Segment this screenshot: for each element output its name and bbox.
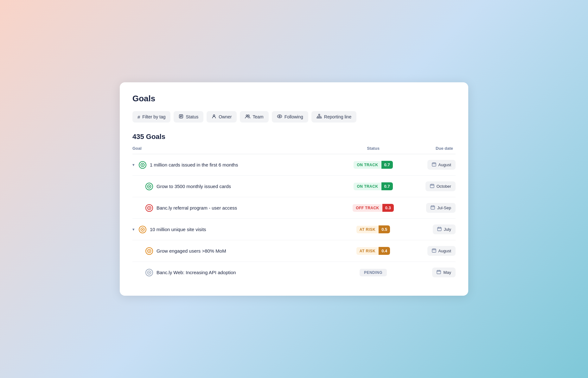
owner-icon xyxy=(212,114,216,120)
goal-name-text: Banc.ly Web: Increasing API adoption xyxy=(157,270,236,275)
svg-rect-12 xyxy=(318,117,320,118)
svg-rect-50 xyxy=(432,249,436,253)
due-date-text: August xyxy=(438,249,451,253)
due-date-cell: July xyxy=(405,224,456,234)
status-label: PENDING xyxy=(360,269,387,276)
status-badge: AT RISK0.5 xyxy=(356,225,390,233)
due-date-cell: October xyxy=(405,181,456,191)
goals-list: ▾ 1 million cards issued in the first 6 … xyxy=(132,154,456,283)
svg-rect-13 xyxy=(320,117,322,118)
calendar-icon xyxy=(431,205,435,211)
status-score: 0.5 xyxy=(379,225,390,233)
svg-point-4 xyxy=(213,115,215,117)
due-date-text: August xyxy=(438,162,451,167)
goal-name-cell: Banc.ly Web: Increasing API adoption xyxy=(132,268,342,277)
goal-status-icon xyxy=(145,247,153,255)
svg-point-5 xyxy=(246,115,248,117)
status-filter-button[interactable]: Status xyxy=(174,111,203,123)
table-row: ▾ 10 million unique site visitsAT RISK0.… xyxy=(132,219,456,240)
svg-point-21 xyxy=(142,164,143,166)
goal-status-cell: AT RISK0.4 xyxy=(342,247,405,255)
table-row: Banc.ly referral program - user accessOF… xyxy=(132,197,456,219)
goal-status-icon xyxy=(145,268,153,277)
team-filter-button[interactable]: Team xyxy=(240,111,268,123)
table-header: Goal Status Due date xyxy=(132,146,456,154)
status-label: AT RISK xyxy=(356,247,379,255)
owner-filter-button[interactable]: Owner xyxy=(207,111,237,123)
due-date-badge: October xyxy=(425,181,456,191)
chevron-icon[interactable]: ▾ xyxy=(132,162,135,167)
col-due-date-label: Due date xyxy=(405,146,456,151)
due-date-text: Jul-Sep xyxy=(437,205,451,210)
goal-status-icon xyxy=(138,225,147,234)
svg-point-42 xyxy=(142,229,143,230)
status-badge: AT RISK0.4 xyxy=(356,247,390,255)
due-date-cell: August xyxy=(405,246,456,256)
goal-name-text: Grow to 3500 monthly issued cards xyxy=(157,184,231,189)
due-date-cell: August xyxy=(405,160,456,170)
goals-card: Goals # Filter by tag Status xyxy=(120,82,468,296)
goal-status-icon xyxy=(145,204,153,212)
filter-by-tag-button[interactable]: # Filter by tag xyxy=(132,111,170,123)
calendar-icon xyxy=(437,227,442,232)
status-badge: PENDING xyxy=(360,269,387,276)
goal-status-cell: PENDING xyxy=(342,269,405,276)
goal-name-cell: ▾ 10 million unique site visits xyxy=(132,225,342,234)
due-date-badge: May xyxy=(432,268,456,277)
tag-icon: # xyxy=(137,114,140,120)
svg-rect-43 xyxy=(438,228,441,231)
svg-rect-57 xyxy=(437,271,441,274)
following-icon xyxy=(277,114,282,120)
svg-point-35 xyxy=(149,207,150,209)
due-date-badge: Jul-Sep xyxy=(426,203,456,213)
status-label: ON TRACK xyxy=(354,183,381,190)
svg-point-9 xyxy=(279,116,279,117)
due-date-text: May xyxy=(443,270,451,275)
goal-name-cell: Banc.ly referral program - user access xyxy=(132,204,342,212)
following-filter-button[interactable]: Following xyxy=(272,111,308,123)
status-icon xyxy=(179,114,183,120)
svg-rect-36 xyxy=(431,206,435,210)
status-badge: ON TRACK0.7 xyxy=(354,161,393,169)
svg-rect-10 xyxy=(318,114,320,115)
table-row: ▾ 1 million cards issued in the first 6 … xyxy=(132,154,456,176)
page-title: Goals xyxy=(132,94,456,104)
due-date-cell: May xyxy=(405,268,456,277)
status-score: 0.7 xyxy=(381,182,393,190)
status-label: OFF TRACK xyxy=(353,204,382,212)
team-icon xyxy=(245,114,250,120)
goal-status-cell: ON TRACK0.7 xyxy=(342,161,405,169)
calendar-icon xyxy=(432,248,436,254)
calendar-icon xyxy=(432,162,436,167)
svg-point-28 xyxy=(149,186,150,187)
svg-point-6 xyxy=(248,115,250,117)
due-date-badge: July xyxy=(433,224,456,234)
status-badge: ON TRACK0.7 xyxy=(354,182,393,190)
goal-name-cell: ▾ 1 million cards issued in the first 6 … xyxy=(132,161,342,169)
goal-name-text: Banc.ly referral program - user access xyxy=(157,205,237,211)
reporting-line-icon xyxy=(316,114,322,120)
due-date-text: October xyxy=(437,184,451,189)
due-date-cell: Jul-Sep xyxy=(405,203,456,213)
col-status-label: Status xyxy=(342,146,405,151)
due-date-text: July xyxy=(444,227,451,232)
reporting-line-filter-button[interactable]: Reporting line xyxy=(311,111,356,123)
goal-status-icon xyxy=(145,182,153,191)
svg-rect-11 xyxy=(317,117,318,118)
svg-rect-29 xyxy=(430,185,434,188)
table-row: Grow engaged users >80% MoMAT RISK0.4 Au… xyxy=(132,240,456,262)
goal-name-text: 10 million unique site visits xyxy=(150,227,206,232)
goal-status-cell: ON TRACK0.7 xyxy=(342,182,405,190)
goal-name-cell: Grow to 3500 monthly issued cards xyxy=(132,182,342,191)
chevron-icon[interactable]: ▾ xyxy=(132,227,135,232)
table-row: Grow to 3500 monthly issued cardsON TRAC… xyxy=(132,176,456,197)
calendar-icon xyxy=(430,184,434,189)
status-score: 0.7 xyxy=(381,161,393,169)
status-label: AT RISK xyxy=(356,226,379,233)
col-goal-label: Goal xyxy=(132,146,342,151)
svg-rect-22 xyxy=(432,163,436,167)
goals-count: 435 Goals xyxy=(132,133,456,141)
due-date-badge: August xyxy=(427,246,456,256)
status-score: 0.3 xyxy=(382,204,394,212)
status-label: ON TRACK xyxy=(354,161,381,169)
